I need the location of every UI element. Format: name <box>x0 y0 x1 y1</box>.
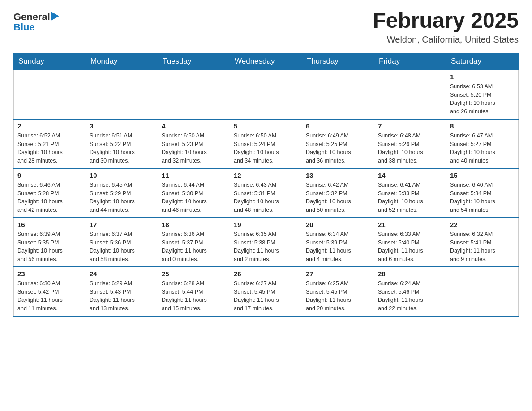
location-subtitle: Weldon, California, United States <box>373 34 519 45</box>
day-number: 4 <box>162 122 226 130</box>
day-info: Sunrise: 6:41 AMSunset: 5:33 PMDaylight:… <box>378 181 442 214</box>
calendar-table: Sunday Monday Tuesday Wednesday Thursday… <box>13 53 519 317</box>
table-row <box>86 70 158 119</box>
day-number: 10 <box>90 171 154 179</box>
svg-marker-0 <box>51 12 59 21</box>
col-thursday: Thursday <box>302 53 374 70</box>
logo-blue-text: Blue <box>13 22 35 32</box>
calendar-week-row: 2Sunrise: 6:52 AMSunset: 5:21 PMDaylight… <box>14 119 519 168</box>
table-row: 11Sunrise: 6:44 AMSunset: 5:30 PMDayligh… <box>158 168 230 218</box>
calendar-header-row: Sunday Monday Tuesday Wednesday Thursday… <box>14 53 519 70</box>
logo-general-text: General <box>13 12 50 22</box>
table-row: 14Sunrise: 6:41 AMSunset: 5:33 PMDayligh… <box>374 168 446 218</box>
day-number: 18 <box>162 221 226 228</box>
day-info: Sunrise: 6:39 AMSunset: 5:35 PMDaylight:… <box>17 230 82 264</box>
calendar-week-row: 9Sunrise: 6:46 AMSunset: 5:28 PMDaylight… <box>14 168 519 218</box>
day-number: 24 <box>90 270 154 278</box>
day-number: 16 <box>17 221 82 228</box>
day-number: 28 <box>378 270 442 278</box>
day-info: Sunrise: 6:27 AMSunset: 5:45 PMDaylight:… <box>234 279 298 313</box>
day-info: Sunrise: 6:36 AMSunset: 5:37 PMDaylight:… <box>162 230 226 264</box>
day-number: 6 <box>306 122 370 130</box>
col-tuesday: Tuesday <box>158 53 230 70</box>
calendar-week-row: 16Sunrise: 6:39 AMSunset: 5:35 PMDayligh… <box>14 218 519 267</box>
table-row: 13Sunrise: 6:42 AMSunset: 5:32 PMDayligh… <box>302 168 374 218</box>
day-number: 9 <box>17 171 82 179</box>
day-number: 8 <box>450 122 515 130</box>
day-number: 5 <box>234 122 298 130</box>
table-row: 19Sunrise: 6:35 AMSunset: 5:38 PMDayligh… <box>230 218 302 267</box>
col-wednesday: Wednesday <box>230 53 302 70</box>
day-info: Sunrise: 6:42 AMSunset: 5:32 PMDaylight:… <box>306 181 370 214</box>
day-number: 14 <box>378 171 442 179</box>
day-number: 2 <box>17 122 82 130</box>
logo: General Blue <box>13 9 59 32</box>
page-header: General Blue February 2025 Weldon, Calif… <box>13 9 519 45</box>
logo-triangle-icon <box>51 12 59 21</box>
day-info: Sunrise: 6:34 AMSunset: 5:39 PMDaylight:… <box>306 230 370 264</box>
table-row: 10Sunrise: 6:45 AMSunset: 5:29 PMDayligh… <box>86 168 158 218</box>
day-info: Sunrise: 6:33 AMSunset: 5:40 PMDaylight:… <box>378 230 442 264</box>
table-row: 12Sunrise: 6:43 AMSunset: 5:31 PMDayligh… <box>230 168 302 218</box>
day-info: Sunrise: 6:53 AMSunset: 5:20 PMDaylight:… <box>450 82 515 116</box>
title-block: February 2025 Weldon, California, United… <box>373 9 519 45</box>
day-number: 17 <box>90 221 154 228</box>
day-info: Sunrise: 6:40 AMSunset: 5:34 PMDaylight:… <box>450 181 515 214</box>
table-row <box>302 70 374 119</box>
table-row: 23Sunrise: 6:30 AMSunset: 5:42 PMDayligh… <box>14 267 86 316</box>
day-info: Sunrise: 6:24 AMSunset: 5:46 PMDaylight:… <box>378 279 442 313</box>
day-number: 12 <box>234 171 298 179</box>
table-row: 5Sunrise: 6:50 AMSunset: 5:24 PMDaylight… <box>230 119 302 168</box>
day-number: 19 <box>234 221 298 228</box>
day-number: 15 <box>450 171 515 179</box>
table-row: 15Sunrise: 6:40 AMSunset: 5:34 PMDayligh… <box>446 168 519 218</box>
day-info: Sunrise: 6:50 AMSunset: 5:23 PMDaylight:… <box>162 132 226 165</box>
day-info: Sunrise: 6:47 AMSunset: 5:27 PMDaylight:… <box>450 132 515 165</box>
day-number: 22 <box>450 221 515 228</box>
day-info: Sunrise: 6:32 AMSunset: 5:41 PMDaylight:… <box>450 230 515 264</box>
col-monday: Monday <box>86 53 158 70</box>
day-info: Sunrise: 6:45 AMSunset: 5:29 PMDaylight:… <box>90 181 154 214</box>
table-row: 28Sunrise: 6:24 AMSunset: 5:46 PMDayligh… <box>374 267 446 316</box>
day-number: 7 <box>378 122 442 130</box>
day-number: 21 <box>378 221 442 228</box>
day-info: Sunrise: 6:37 AMSunset: 5:36 PMDaylight:… <box>90 230 154 264</box>
day-info: Sunrise: 6:43 AMSunset: 5:31 PMDaylight:… <box>234 181 298 214</box>
table-row: 25Sunrise: 6:28 AMSunset: 5:44 PMDayligh… <box>158 267 230 316</box>
day-number: 1 <box>450 73 515 81</box>
table-row: 16Sunrise: 6:39 AMSunset: 5:35 PMDayligh… <box>14 218 86 267</box>
day-number: 27 <box>306 270 370 278</box>
day-info: Sunrise: 6:29 AMSunset: 5:43 PMDaylight:… <box>90 279 154 313</box>
day-number: 23 <box>17 270 82 278</box>
table-row: 2Sunrise: 6:52 AMSunset: 5:21 PMDaylight… <box>14 119 86 168</box>
table-row: 26Sunrise: 6:27 AMSunset: 5:45 PMDayligh… <box>230 267 302 316</box>
day-info: Sunrise: 6:49 AMSunset: 5:25 PMDaylight:… <box>306 132 370 165</box>
day-info: Sunrise: 6:52 AMSunset: 5:21 PMDaylight:… <box>17 132 82 165</box>
table-row <box>230 70 302 119</box>
day-number: 11 <box>162 171 226 179</box>
day-info: Sunrise: 6:28 AMSunset: 5:44 PMDaylight:… <box>162 279 226 313</box>
day-number: 13 <box>306 171 370 179</box>
col-saturday: Saturday <box>446 53 519 70</box>
table-row: 6Sunrise: 6:49 AMSunset: 5:25 PMDaylight… <box>302 119 374 168</box>
day-info: Sunrise: 6:48 AMSunset: 5:26 PMDaylight:… <box>378 132 442 165</box>
calendar-week-row: 1Sunrise: 6:53 AMSunset: 5:20 PMDaylight… <box>14 70 519 119</box>
table-row: 24Sunrise: 6:29 AMSunset: 5:43 PMDayligh… <box>86 267 158 316</box>
col-friday: Friday <box>374 53 446 70</box>
table-row: 1Sunrise: 6:53 AMSunset: 5:20 PMDaylight… <box>446 70 519 119</box>
table-row: 17Sunrise: 6:37 AMSunset: 5:36 PMDayligh… <box>86 218 158 267</box>
calendar-week-row: 23Sunrise: 6:30 AMSunset: 5:42 PMDayligh… <box>14 267 519 316</box>
col-sunday: Sunday <box>14 53 86 70</box>
table-row: 7Sunrise: 6:48 AMSunset: 5:26 PMDaylight… <box>374 119 446 168</box>
day-number: 25 <box>162 270 226 278</box>
day-number: 20 <box>306 221 370 228</box>
table-row: 20Sunrise: 6:34 AMSunset: 5:39 PMDayligh… <box>302 218 374 267</box>
day-info: Sunrise: 6:44 AMSunset: 5:30 PMDaylight:… <box>162 181 226 214</box>
day-number: 3 <box>90 122 154 130</box>
table-row: 4Sunrise: 6:50 AMSunset: 5:23 PMDaylight… <box>158 119 230 168</box>
month-title: February 2025 <box>373 9 519 33</box>
day-info: Sunrise: 6:30 AMSunset: 5:42 PMDaylight:… <box>17 279 82 313</box>
day-info: Sunrise: 6:50 AMSunset: 5:24 PMDaylight:… <box>234 132 298 165</box>
table-row <box>158 70 230 119</box>
day-info: Sunrise: 6:51 AMSunset: 5:22 PMDaylight:… <box>90 132 154 165</box>
